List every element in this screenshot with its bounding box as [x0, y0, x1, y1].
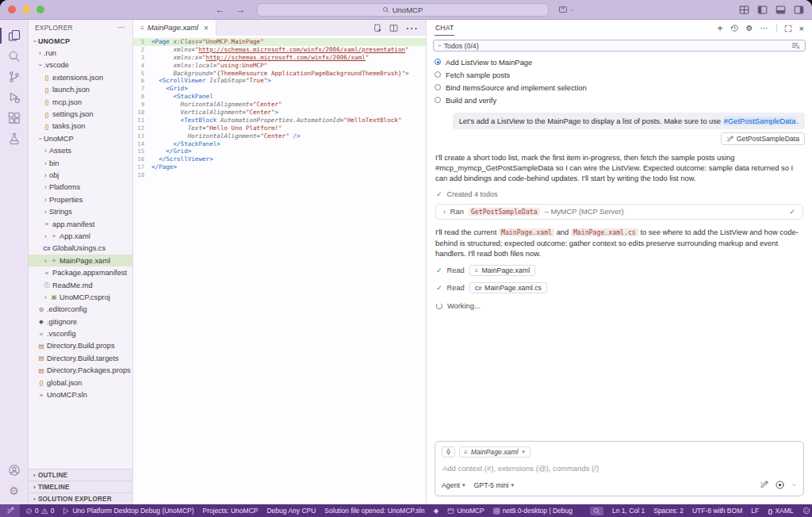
back-icon[interactable]: ← [216, 4, 225, 15]
zoom-window-button[interactable] [36, 6, 44, 13]
tree-item-unomcp-csproj[interactable]: ›▣UnoMCP.csproj [29, 291, 132, 303]
minimize-window-button[interactable] [22, 6, 30, 13]
tree-item-strings[interactable]: ›Strings [29, 205, 132, 217]
split-editor-icon[interactable] [389, 24, 398, 33]
tab-mainpage-xaml[interactable]: ≡ MainPage.xaml × [133, 20, 216, 36]
context-file-chip[interactable]: ≡ MainPage.xaml + [459, 446, 530, 458]
chat-history-icon[interactable] [730, 24, 739, 33]
statusbar-project-window[interactable]: UnoMCP [447, 507, 484, 515]
toggle-secondary-sidebar-icon[interactable] [794, 5, 804, 15]
statusbar-solution-status[interactable]: Solution file opened: UnoMCP.sln [324, 507, 424, 515]
todo-item[interactable]: Bind ItemsSource and implement selection [435, 81, 804, 94]
close-window-button[interactable] [8, 6, 16, 13]
chat-more-actions-icon[interactable]: ⋯ [760, 24, 769, 33]
tree-item--vscode[interactable]: ›.vscode [29, 59, 132, 71]
tree-item-launch-json[interactable]: {}launch.json [29, 84, 132, 96]
section-outline[interactable]: ›OUTLINE [29, 469, 132, 481]
activity-item-run-and-debug[interactable] [0, 87, 29, 108]
todo-item[interactable]: Build and verify [435, 94, 804, 106]
tool-mention[interactable]: #GetPostSampleData [723, 117, 797, 125]
editor-more-actions-icon[interactable]: ⋯ [405, 21, 419, 36]
clear-todos-icon[interactable] [791, 41, 800, 50]
statusbar-feedback[interactable] [802, 507, 810, 515]
configure-tools-icon[interactable] [760, 481, 768, 489]
tree-item-settings-json[interactable]: {}settings.json [29, 108, 132, 120]
tree-item-tasks-json[interactable]: {}tasks.json [29, 121, 132, 132]
tool-run-result[interactable]: › Ran GetPostSampleData – MyMCP (MCP Ser… [435, 204, 803, 220]
tree-item--vsconfig[interactable]: ≡.vsconfig [29, 327, 132, 339]
statusbar-cursor-position[interactable]: Ln 1, Col 1 [612, 507, 645, 515]
statusbar-problems[interactable]: 00 [25, 507, 54, 515]
tree-item--gitignore[interactable]: ◆.gitignore [29, 316, 132, 327]
activity-item-accounts[interactable] [0, 460, 29, 481]
tree-item-obj[interactable]: ›obj [29, 169, 132, 181]
tree-item-readme-md[interactable]: ⓘReadMe.md [29, 279, 132, 291]
activity-item-source-control[interactable] [0, 67, 29, 87]
forward-icon[interactable]: → [236, 4, 246, 15]
file-chip[interactable]: C#MainPage.xaml.cs [469, 282, 547, 293]
explorer-more-actions-icon[interactable]: ⋯ [117, 23, 126, 32]
section-solution-explorer[interactable]: ›SOLUTION EXPLORER [29, 492, 132, 504]
close-tab-icon[interactable]: × [204, 24, 209, 33]
chat-message-input[interactable] [442, 458, 797, 480]
tree-item-app-manifest[interactable]: ≡app.manifest [29, 218, 132, 230]
toggle-panel-icon[interactable] [776, 5, 786, 15]
todo-item[interactable]: Fetch sample posts [435, 68, 804, 81]
statusbar-debug-platform[interactable]: Debug Any CPU [266, 507, 316, 515]
tree-item-mainpage-xaml[interactable]: ›≡MainPage.xaml [29, 255, 132, 266]
remote-indicator[interactable] [0, 504, 20, 517]
activity-item-testing[interactable] [0, 128, 29, 149]
tree-item-directory-build-targets[interactable]: ▤Directory.Build.targets [29, 352, 132, 364]
statusbar-projects[interactable]: Projects: UnoMCP [203, 507, 259, 515]
statusbar-search-mode[interactable] [590, 507, 603, 515]
todos-bar[interactable]: › Todos (0/4) [433, 40, 806, 52]
statusbar-encoding[interactable]: UTF-8 with BOM [692, 507, 742, 515]
tree-item-mcp-json[interactable]: {}mcp.json [29, 96, 132, 108]
tree-item-properties[interactable]: ›Properties [29, 193, 132, 205]
tree-item-app-xaml[interactable]: ›≡App.xaml [29, 230, 132, 242]
tab-chat[interactable]: CHAT [435, 21, 454, 36]
statusbar-indentation[interactable]: Spaces: 2 [653, 507, 684, 515]
tree-item-directory-packages-props[interactable]: ▤Directory.Packages.props [29, 365, 132, 377]
model-picker-dropdown[interactable]: GPT-5 mini▾ [474, 481, 515, 489]
statusbar-debug-target[interactable]: Uno Platform Desktop Debug (UnoMCP) [63, 507, 193, 515]
tree-item-unomcp[interactable]: ›UNOMCP [29, 35, 132, 47]
add-context-icon[interactable]: + [522, 448, 526, 456]
tree-item-platforms[interactable]: ›Platforms [29, 182, 132, 193]
tree-item--editorconfig[interactable]: ⚙.editorconfig [29, 304, 132, 316]
activity-item-search[interactable] [0, 46, 29, 67]
tree-item-bin[interactable]: ›bin [29, 157, 132, 169]
maximize-panel-icon[interactable] [784, 25, 792, 33]
tree-item-package-appxmanifest[interactable]: ≡Package.appxmanifest [29, 266, 132, 278]
tool-chip[interactable]: GetPostSampleData [721, 132, 805, 145]
activity-item-explorer[interactable] [0, 25, 29, 46]
toggle-primary-sidebar-icon[interactable] [757, 5, 768, 15]
section-timeline[interactable]: ›TIMELINE [29, 481, 132, 492]
code-editor[interactable]: 1<Page x:Class="UnoMCP.MainPage"2 xmlns=… [133, 36, 426, 504]
chat-settings-gear-icon[interactable]: ⚙ [746, 24, 753, 33]
tree-item-assets[interactable]: ›Assets [29, 145, 132, 157]
read-file-row[interactable]: ✓Read≡MainPage.xaml [427, 258, 812, 276]
close-panel-icon[interactable]: × [799, 24, 804, 33]
chat-input-box[interactable]: ≡ MainPage.xaml + Agent▾ GPT-5 mini▾ [435, 441, 804, 496]
activity-item-extensions[interactable] [0, 108, 29, 128]
command-center-search[interactable]: UnoMCP [257, 3, 549, 17]
tree-item--run[interactable]: ›.run [29, 47, 132, 59]
file-chip[interactable]: ≡MainPage.xaml [469, 265, 535, 276]
statusbar-eol[interactable]: LF [751, 507, 759, 515]
todo-item[interactable]: Add ListView to MainPage [435, 56, 804, 68]
tree-item-globalusings-cs[interactable]: C#GlobalUsings.cs [29, 243, 132, 255]
tree-item-directory-build-props[interactable]: ▤Directory.Build.props [29, 340, 132, 352]
run-file-icon[interactable] [373, 24, 382, 33]
new-chat-icon[interactable]: + [718, 23, 723, 34]
tree-item-unomcp[interactable]: ›UnoMCP [29, 132, 132, 144]
statusbar-target-framework[interactable]: net9.0-desktop | Debug [493, 507, 573, 515]
editor-layout-icon[interactable] [739, 5, 749, 15]
send-options-chevron-icon[interactable] [791, 482, 797, 488]
attach-context-button[interactable] [442, 446, 455, 458]
read-file-row[interactable]: ✓ReadC#MainPage.xaml.cs [427, 276, 812, 293]
agent-mode-dropdown[interactable]: Agent▾ [442, 481, 465, 489]
tree-item-global-json[interactable]: {}global.json [29, 377, 132, 389]
live-share-button[interactable] [558, 5, 575, 14]
tree-item-unomcp-sln[interactable]: ≡UnoMCP.sln [29, 389, 132, 400]
